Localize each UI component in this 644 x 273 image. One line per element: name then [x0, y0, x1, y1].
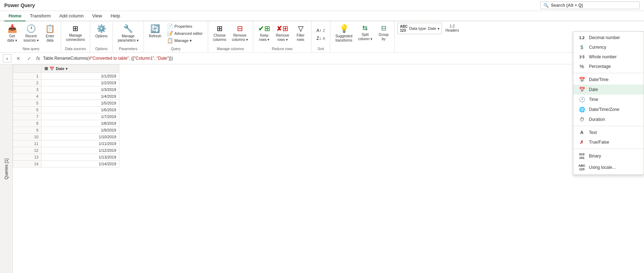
properties-icon: 📄 [167, 23, 173, 29]
app-title: Power Query [4, 2, 35, 8]
reduce-rows-group-label: Reduce rows [272, 46, 292, 51]
sort-az-icon: A↑ [316, 28, 321, 33]
date-cell: 1/4/2019 [42, 93, 119, 100]
table-row: 91/9/2019 [13, 127, 119, 134]
table-row: 41/4/2019 [13, 93, 119, 100]
formula-bar: › ✕ ✓ fx Table.RenameColumns(#"Converted… [0, 53, 644, 64]
filter-rows-icon: ▽ [298, 24, 303, 33]
date-type-icon: 📅 [49, 66, 54, 71]
separator-2 [573, 126, 644, 126]
enter-data-button[interactable]: 📋 Enterdata [42, 23, 58, 44]
date-cell: 1/3/2019 [42, 86, 119, 93]
manage-parameters-button[interactable]: 🔧 Manageparameters ▾ [116, 23, 141, 44]
formula-string3: "Date" [157, 56, 169, 61]
date-col-dropdown-icon[interactable]: ▾ [66, 67, 67, 71]
formula-confirm-button[interactable]: ✓ [25, 55, 33, 62]
row-number-cell: 9 [13, 127, 42, 134]
menu-item-add-column[interactable]: Add column [55, 11, 88, 21]
panel-expand-button[interactable]: › [3, 54, 11, 63]
data-type-button[interactable]: ABC123 Data type: Date ▾ [397, 23, 442, 34]
formula-input[interactable]: Table.RenameColumns(#"Converted to table… [43, 56, 641, 61]
main-layout: Queries [1] ⊞ 📅 Date ▾ 1 [0, 64, 644, 273]
choose-columns-icon: ⊞ [217, 24, 223, 33]
dropdown-item-duration[interactable]: ⏱ Duration [573, 114, 644, 124]
ribbon-group-datatype: ABC123 Data type: Date ▾ 1.2Headers [395, 21, 464, 52]
refresh-button[interactable]: 🔄 Refresh [147, 23, 163, 40]
menu-item-transform[interactable]: Transform [26, 11, 55, 21]
advanced-editor-button[interactable]: 📝 Advanced editor [165, 30, 205, 37]
formula-string1: #"Converted to table" [89, 56, 129, 61]
menu-item-home[interactable]: Home [4, 11, 26, 21]
remove-rows-label: Removerows ▾ [276, 33, 289, 42]
dropdown-item-whole[interactable]: 1²3 Whole number [573, 52, 644, 61]
manage-button[interactable]: 📋 Manage ▾ [165, 37, 205, 44]
manage-icon: 📋 [167, 38, 173, 43]
remove-rows-icon: ✘⊞ [276, 24, 288, 33]
manage-connections-button[interactable]: ⊞ Manageconnections [64, 23, 87, 43]
headers-label-button[interactable]: 1.2Headers [443, 23, 461, 34]
remove-rows-button[interactable]: ✘⊞ Removerows ▾ [274, 23, 291, 43]
sort-za-button[interactable]: Z↓ A [314, 35, 327, 42]
options-button[interactable]: ⚙️ Options [93, 23, 109, 40]
date-cell: 1/2/2019 [42, 80, 119, 86]
dropdown-item-binary[interactable]: 010101 Binary [573, 150, 644, 162]
remove-columns-button[interactable]: ⊟ Removecolumns ▾ [230, 23, 250, 43]
decimal-label: Decimal number [589, 35, 620, 40]
date-cell: 1/6/2019 [42, 107, 119, 113]
dropdown-item-truefalse[interactable]: ✗ True/False [573, 137, 644, 147]
sort-group-label: Sort [318, 46, 324, 51]
filter-rows-button[interactable]: ▽ Filterrows [293, 23, 308, 43]
new-query-group-label: New query [22, 46, 39, 51]
duration-label: Duration [589, 117, 605, 122]
dropdown-item-locale[interactable]: ABC123 Using locale... [573, 162, 644, 173]
options-icon: ⚙️ [97, 24, 106, 33]
dropdown-item-percentage[interactable]: % Percentage [573, 61, 644, 71]
date-icon: 📅 [578, 87, 585, 92]
whole-number-label: Whole number [589, 54, 617, 59]
dropdown-item-time[interactable]: 🕐 Time [573, 95, 644, 105]
data-grid-container[interactable]: ⊞ 📅 Date ▾ 11/1/201921/2/201931/3/201941… [13, 64, 644, 273]
manage-connections-icon: ⊞ [72, 24, 79, 33]
suggested-transforms-button[interactable]: 💡 Suggestedtransforms [333, 23, 355, 44]
formula-string2: "Column1" [134, 56, 155, 61]
menu-item-help[interactable]: Help [106, 11, 124, 21]
row-number-cell: 14 [13, 161, 42, 167]
dropdown-item-currency[interactable]: $ Currency [573, 42, 644, 52]
date-col-header[interactable]: ⊞ 📅 Date ▾ [42, 65, 119, 73]
formula-cancel-button[interactable]: ✕ [14, 55, 22, 62]
recent-sources-button[interactable]: 🕐 Recentsources ▾ [21, 23, 41, 44]
dropdown-item-datetimezone[interactable]: 🌐 Date/Time/Zone [573, 105, 644, 114]
row-number-cell: 2 [13, 80, 42, 86]
row-num-header [13, 65, 42, 73]
choose-columns-button[interactable]: ⊞ Choosecolumns [211, 23, 228, 43]
row-number-cell: 10 [13, 134, 42, 140]
percentage-icon: % [578, 64, 585, 69]
dropdown-item-date[interactable]: 📅 Date [573, 85, 644, 95]
datetime-label: Date/Time [589, 77, 608, 82]
get-data-button[interactable]: 📥 Getdata ▾ [4, 23, 20, 44]
table-row: 31/3/2019 [13, 86, 119, 93]
search-box[interactable]: 🔍 Search (Alt + Q) [540, 1, 640, 9]
dropdown-item-decimal[interactable]: 1.2 Decimal number [573, 33, 644, 42]
ribbon-group-data-sources: ⊞ Manageconnections Data sources [61, 21, 90, 52]
locale-label: Using locale... [589, 165, 616, 170]
table-row: 51/5/2019 [13, 100, 119, 107]
row-number-cell: 12 [13, 147, 42, 154]
queries-panel[interactable]: Queries [1] [0, 64, 13, 273]
dropdown-item-text[interactable]: A Text [573, 128, 644, 137]
separator-1 [573, 73, 644, 73]
parameters-group-label: Parameters [119, 46, 137, 51]
properties-label: Properties [174, 24, 192, 28]
sort-az-button[interactable]: A↑ Z [314, 27, 327, 34]
properties-button[interactable]: 📄 Properties [165, 23, 205, 30]
recent-sources-label: Recentsources ▾ [23, 34, 39, 43]
binary-label: Binary [589, 154, 601, 159]
truefalse-icon: ✗ [578, 139, 585, 145]
keep-rows-button[interactable]: ✔⊞ Keeprows ▾ [256, 23, 272, 43]
dropdown-item-datetime[interactable]: 📅 Date/Time [573, 75, 644, 85]
split-column-icon: ⇆ [362, 24, 368, 32]
split-column-button[interactable]: ⇆ Splitcolumn ▾ [356, 23, 374, 43]
group-by-button[interactable]: ⊟ Groupby [376, 23, 391, 43]
menu-item-view[interactable]: View [88, 11, 107, 21]
query-small-group: 📄 Properties 📝 Advanced editor 📋 Manage … [165, 23, 205, 44]
